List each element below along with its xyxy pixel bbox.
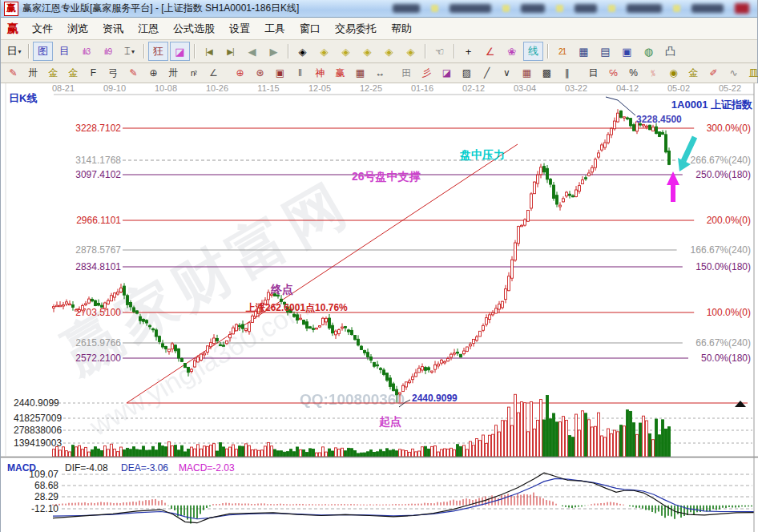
save-icon[interactable]: ▣: [617, 42, 637, 61]
grid-123-icon[interactable]: ▦: [351, 65, 369, 82]
candle-style-icon[interactable]: ⌶▾: [119, 42, 139, 61]
quote-marks-icon[interactable]: ‖: [291, 65, 309, 82]
toolbar-separator: [143, 44, 144, 58]
parallel-lines-icon[interactable]: ∥: [558, 65, 576, 82]
grid-box2-icon[interactable]: ▩: [538, 65, 556, 82]
menu-item-7[interactable]: 工具: [257, 20, 292, 37]
next-bar-button[interactable]: ▶: [264, 42, 284, 61]
gann-nav-full-icon[interactable]: ◈: [401, 42, 421, 61]
ying-tool-icon[interactable]: 赢: [331, 65, 349, 82]
svg-text:28.29: 28.29: [34, 491, 58, 502]
go-first-button[interactable]: |◀: [199, 42, 219, 61]
target-red-icon[interactable]: ⊕: [231, 65, 249, 82]
gold-circle-icon[interactable]: ◉: [664, 65, 683, 82]
levels-tool-icon[interactable]: 目: [584, 65, 603, 82]
gann-nav-right-icon[interactable]: ◈: [314, 42, 334, 61]
app-logo-icon: 赢: [4, 2, 18, 16]
svg-text:3228.7102: 3228.7102: [75, 123, 121, 134]
percent-icon[interactable]: %: [624, 65, 643, 82]
gann-nav-h-icon[interactable]: ◈: [336, 42, 356, 61]
titlebar-blurred-item: [691, 4, 724, 13]
target-box-icon[interactable]: ▣: [271, 65, 289, 82]
percent-tri-icon[interactable]: ℅: [604, 65, 623, 82]
print-icon[interactable]: 凸: [660, 42, 680, 61]
angle-tool-icon[interactable]: ∠: [204, 65, 223, 82]
prev-bar-button[interactable]: ◀: [242, 42, 262, 61]
box-grid-icon[interactable]: 田: [397, 65, 416, 82]
svg-text:2966.1101: 2966.1101: [76, 215, 121, 226]
menu-logo-icon: 赢: [7, 22, 18, 36]
menu-item-8[interactable]: 窗口: [292, 20, 328, 37]
crosshair-tool-icon[interactable]: +: [458, 42, 478, 61]
svg-text:418257009: 418257009: [14, 413, 62, 424]
spiral-tool-icon[interactable]: 弓: [104, 65, 123, 82]
hand-tool-icon[interactable]: ☜: [429, 42, 450, 61]
svg-text:-12.10: -12.10: [31, 503, 58, 514]
kuang-indicator-icon[interactable]: 狂: [148, 42, 168, 61]
menu-item-4[interactable]: 江恩: [131, 20, 166, 37]
target-star-icon[interactable]: ⊛: [251, 65, 269, 82]
main-toolbar: 日▾图目ılı3ılı9⌶▾狂◪|◀▶|◀▶◈◈◈◈◈◈☜+∠❀线21▦▤▣◍凸: [1, 40, 757, 63]
menu-item-1[interactable]: 文件: [25, 20, 60, 37]
pencil-tool-icon[interactable]: ✎: [4, 65, 22, 82]
fan-box2-icon[interactable]: ▨: [458, 65, 476, 82]
svg-text:终点: 终点: [270, 283, 293, 296]
shen-tool-icon[interactable]: 神: [311, 65, 329, 82]
gann-nav-compress-icon[interactable]: ◈: [357, 42, 377, 61]
gold-top-icon[interactable]: 皿: [744, 65, 758, 82]
notes-icon[interactable]: ▤: [595, 42, 615, 61]
go-last-button[interactable]: ▶|: [220, 42, 240, 61]
calendar-icon[interactable]: 21: [552, 42, 572, 61]
fan-box-icon[interactable]: ◪: [437, 65, 456, 82]
menu-item-6[interactable]: 设置: [222, 20, 257, 37]
grid-mesh-icon[interactable]: ▦: [518, 65, 536, 82]
period-selector[interactable]: 日▾: [4, 42, 24, 61]
svg-text:12-25: 12-25: [360, 83, 382, 93]
network-icon[interactable]: ◍: [639, 42, 659, 61]
gold-grid-2-icon[interactable]: 金: [64, 65, 83, 82]
titlebar-blurred-item: [393, 4, 420, 13]
f-tool-icon[interactable]: F: [84, 65, 103, 82]
angle-measure-icon[interactable]: ∠: [480, 42, 500, 61]
svg-text:08-21: 08-21: [52, 83, 75, 93]
info-list-icon[interactable]: 目: [54, 42, 75, 61]
arrow-pencil-icon[interactable]: ✐: [704, 65, 723, 82]
gold-grid-1-icon[interactable]: 金: [44, 65, 62, 82]
gold-line-icon[interactable]: 金: [684, 65, 703, 82]
titlebar-blurred-item: [627, 4, 662, 13]
kline-chart[interactable]: 赢家财富网www.yingjia360.comQQ:10080036008-21…: [1, 83, 758, 532]
gann-nav-left-icon[interactable]: ◈: [292, 42, 312, 61]
menu-item-3[interactable]: 资讯: [95, 20, 131, 37]
chart-pattern-icon[interactable]: 图: [33, 42, 53, 61]
volume-profile-icon[interactable]: ◪: [170, 42, 190, 61]
svg-text:DIF=-4.08: DIF=-4.08: [65, 462, 108, 474]
titlebar-blurred-item: [556, 5, 563, 12]
wave-tool-icon[interactable]: ∿: [724, 65, 743, 82]
n2-tool-icon[interactable]: n²: [184, 65, 203, 82]
svg-text:200.0%(0): 200.0%(0): [707, 215, 751, 226]
chart-area[interactable]: 赢家财富网www.yingjia360.comQQ:10080036008-21…: [1, 83, 758, 532]
menu-item-5[interactable]: 公式选股: [166, 20, 222, 37]
bars-9-icon[interactable]: ılı9: [98, 42, 118, 61]
line-tools-icon[interactable]: 线: [523, 42, 543, 61]
svg-text:起点: 起点: [378, 415, 401, 428]
drawing-toolbar: ✎卅金金F弓✎⊕卅n²∠⊕⊛▣‖神赢▦↔田彡◪▨╱∨▦▩∥目℅%﹪◉金✐∿皿JF…: [1, 63, 757, 83]
gann-wheel-icon[interactable]: ❀: [502, 42, 522, 61]
gann-fan-icon[interactable]: 彡: [417, 65, 436, 82]
width-arrows-icon[interactable]: ↔: [371, 65, 389, 82]
menu-item-2[interactable]: 浏览: [60, 20, 95, 37]
gann-nav-expand-icon[interactable]: ◈: [379, 42, 399, 61]
grid-tool-icon[interactable]: 卅: [24, 65, 42, 82]
bars-3-icon[interactable]: ılı3: [76, 42, 96, 61]
percent-line-icon[interactable]: ﹪: [644, 65, 663, 82]
menu-item-9[interactable]: 交易委托: [328, 20, 384, 37]
svg-text:QQ:100800360: QQ:100800360: [300, 391, 405, 408]
trend-line-icon[interactable]: ╱: [478, 65, 496, 82]
compass-tool-icon[interactable]: ⊕: [144, 65, 163, 82]
ruler-grid-icon[interactable]: 卅: [164, 65, 183, 82]
calculator-icon[interactable]: ▦: [574, 42, 594, 61]
menu-item-10[interactable]: 帮助: [384, 20, 419, 37]
pencil-ruler-icon[interactable]: ✎: [124, 65, 143, 82]
v-line-icon[interactable]: ∨: [498, 65, 516, 82]
svg-text:01-16: 01-16: [411, 83, 433, 93]
